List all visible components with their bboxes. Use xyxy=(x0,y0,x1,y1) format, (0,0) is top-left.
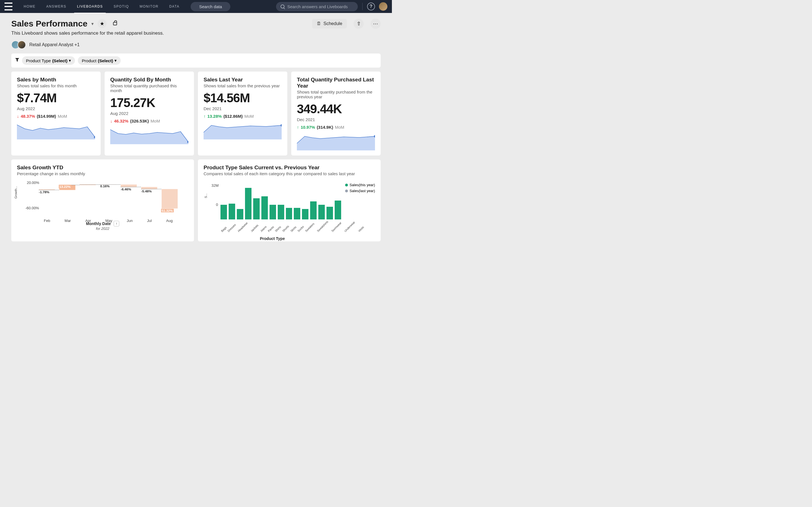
svg-rect-8 xyxy=(39,189,55,190)
nav-home[interactable]: HOME xyxy=(24,0,36,13)
user-avatar[interactable] xyxy=(379,2,388,11)
kpi-card[interactable]: Quantity Sold By Month Shows total quant… xyxy=(105,71,194,156)
category-label: Dresses xyxy=(227,223,237,233)
author-row: Retail Apparel Analyst +1 xyxy=(11,41,380,49)
kpi-suffix: MoM xyxy=(151,119,160,123)
bar[interactable] xyxy=(278,205,284,220)
kpi-subtitle: Shows total sales for this month xyxy=(17,83,95,88)
kpi-change: ↑ 13.28% ($12.86M) MoM xyxy=(204,114,282,119)
arrow-up-icon: ↑ xyxy=(204,114,206,119)
nav-data[interactable]: DATA xyxy=(169,0,179,13)
legend-item[interactable]: Sales(this year) xyxy=(345,183,375,187)
x-axis-title: Monthly Date ↑ xyxy=(17,221,188,226)
category-label: Swimwear xyxy=(331,221,342,232)
kpi-card[interactable]: Sales by Month Shows total sales for thi… xyxy=(11,71,101,156)
kpi-pct: 10.97% xyxy=(301,125,315,129)
filter-product[interactable]: Product (Select) ▾ xyxy=(78,56,121,65)
bar[interactable] xyxy=(229,204,235,219)
nav-answers[interactable]: ANSWERS xyxy=(46,0,66,13)
filter-icon[interactable] xyxy=(15,58,19,63)
bar[interactable] xyxy=(294,208,300,219)
bar[interactable] xyxy=(310,202,317,219)
filter-product-type[interactable]: Product Type (Select) ▾ xyxy=(22,56,75,65)
page-title: Sales Performance xyxy=(11,19,87,29)
lock-indicator[interactable] xyxy=(110,19,119,28)
bar-chart: 32M 0 S... Sales(this year) Sales(last y… xyxy=(204,180,375,236)
kpi-title: Quantity Sold By Month xyxy=(110,76,188,83)
bar[interactable] xyxy=(269,205,276,220)
chart-sales-growth[interactable]: Sales Growth YTD Percentage change in sa… xyxy=(11,159,194,241)
bar[interactable] xyxy=(326,207,333,219)
svg-text:-6.46%: -6.46% xyxy=(121,187,132,191)
chart-title: Product Type Sales Current vs. Previous … xyxy=(204,165,375,171)
page-subtitle: This Liveboard shows sales performance f… xyxy=(11,31,380,36)
kpi-row: Sales by Month Shows total sales for thi… xyxy=(11,71,380,156)
chart-subtitle: Percentage change in sales monthly xyxy=(17,171,188,176)
bar[interactable] xyxy=(237,209,243,220)
chart-product-type[interactable]: Product Type Sales Current vs. Previous … xyxy=(198,159,380,241)
nav-liveboards[interactable]: LIVEBOARDS xyxy=(77,0,103,13)
bar[interactable] xyxy=(261,196,268,220)
search-data-button[interactable]: Search data xyxy=(191,2,231,11)
sparkline xyxy=(297,133,375,151)
favorite-button[interactable]: ★ xyxy=(98,19,107,28)
kpi-change: ↓ 46.32% (326.53K) MoM xyxy=(110,119,188,123)
sort-button[interactable]: ↑ xyxy=(114,221,119,226)
filter-value: (Select) xyxy=(52,58,67,63)
kpi-subtitle: Shows total quantity purchased from the … xyxy=(297,90,375,99)
kpi-suffix: MoM xyxy=(58,114,67,119)
kpi-date: Aug 2022 xyxy=(110,111,188,116)
kpi-suffix: MoM xyxy=(245,114,254,119)
star-icon: ★ xyxy=(100,20,104,27)
category-label: Sweaters xyxy=(305,222,315,233)
bar[interactable] xyxy=(318,205,325,220)
kpi-value: $14.56M xyxy=(204,91,282,105)
kpi-card[interactable]: Total Quantity Purchased Last Year Shows… xyxy=(291,71,380,156)
kpi-date: Dec 2021 xyxy=(204,106,282,111)
category-label: Vests xyxy=(357,226,364,233)
category-label: Pants xyxy=(267,225,274,233)
divider xyxy=(362,3,363,10)
bar[interactable] xyxy=(253,198,260,219)
sparkline xyxy=(204,122,282,139)
bar[interactable] xyxy=(286,208,292,219)
lock-icon xyxy=(113,22,117,25)
schedule-label: Schedule xyxy=(323,21,342,26)
kpi-pct: 48.37% xyxy=(21,114,35,119)
category-label: Bags xyxy=(220,226,227,233)
svg-rect-26 xyxy=(161,189,177,209)
logo[interactable] xyxy=(4,3,12,10)
arrow-down-icon: ↓ xyxy=(110,119,112,123)
more-button[interactable]: ⋯ xyxy=(370,18,380,29)
avatar-stack[interactable] xyxy=(11,41,26,49)
schedule-button[interactable]: 🗓 Schedule xyxy=(312,19,347,29)
top-nav: HOME ANSWERS LIVEBOARDS SPOTIQ MONITOR D… xyxy=(0,0,392,13)
nav-monitor[interactable]: MONITOR xyxy=(140,0,158,13)
legend-item[interactable]: Sales(last year) xyxy=(345,189,375,193)
bar[interactable] xyxy=(245,188,252,220)
bar[interactable] xyxy=(335,201,341,220)
kpi-title: Sales by Month xyxy=(17,76,95,83)
category-label: Shirts xyxy=(274,225,282,233)
svg-text:-5.48%: -5.48% xyxy=(141,189,152,193)
bar[interactable] xyxy=(302,209,308,220)
y-axis-label: S... xyxy=(204,193,207,198)
share-button[interactable]: ⇧ xyxy=(354,18,364,29)
search-input[interactable]: Search answers and Liveboards xyxy=(276,2,358,11)
nav-spotiq[interactable]: SPOTIQ xyxy=(114,0,129,13)
category-label: Underwear xyxy=(344,221,356,232)
kpi-title: Total Quantity Purchased Last Year xyxy=(297,76,375,89)
category-labels: BagsDressesHeadwearJacketsJeansPantsShir… xyxy=(220,230,341,233)
help-button[interactable]: ? xyxy=(367,3,375,10)
kpi-card[interactable]: Sales Last Year Shows total sales from t… xyxy=(198,71,287,156)
title-dropdown[interactable]: ▾ xyxy=(91,21,94,26)
filter-value: (Select) xyxy=(98,58,113,63)
bar[interactable] xyxy=(220,205,227,220)
search-icon xyxy=(281,4,285,8)
filter-label: Product Type xyxy=(26,58,51,63)
sparkline xyxy=(17,122,95,139)
calendar-icon: 🗓 xyxy=(317,21,321,26)
category-label: Skirts xyxy=(290,225,297,232)
category-label: Socks xyxy=(297,225,305,233)
kpi-suffix: MoM xyxy=(335,125,344,129)
